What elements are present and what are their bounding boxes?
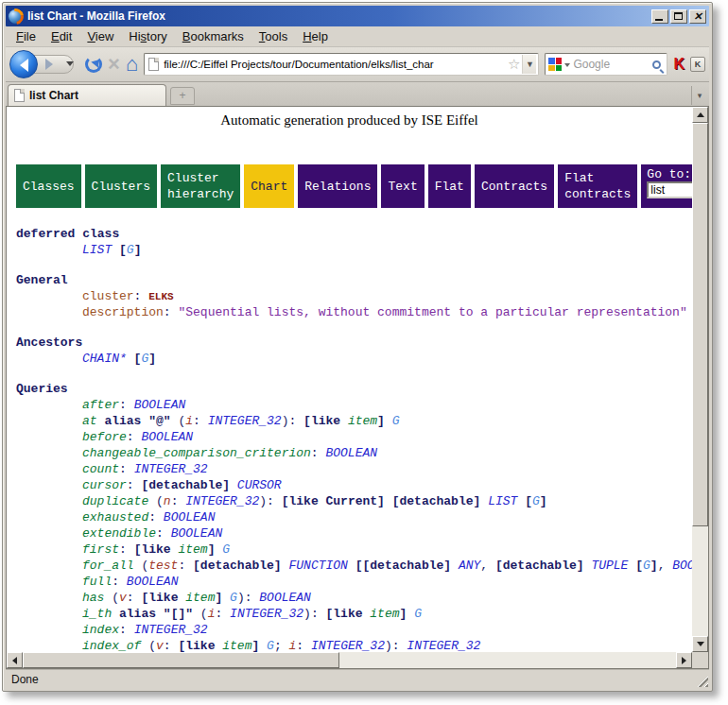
goto-box: Go to:	[641, 164, 692, 208]
reload-button[interactable]	[85, 56, 102, 73]
nav-button-relations[interactable]: Relations	[298, 164, 377, 208]
code-token: :	[127, 591, 142, 605]
scroll-right-icon	[682, 657, 690, 664]
scroll-up-icon	[697, 109, 704, 117]
minimize-button[interactable]	[651, 9, 668, 24]
menu-history[interactable]: History	[122, 27, 173, 45]
nav-button-cluster-hierarchy[interactable]: Clusterhierarchy	[161, 164, 240, 208]
urlbar-dropdown-button[interactable]: ▼	[522, 55, 536, 74]
code-token: LIST	[82, 243, 112, 257]
code-token: INTEGER_32	[208, 414, 282, 428]
code-line: after: BOOLEAN	[16, 397, 692, 413]
forward-button[interactable]	[45, 59, 53, 70]
code-token	[480, 494, 488, 508]
code-line: full: BOOLEAN	[16, 574, 692, 590]
stop-button[interactable]: ×	[108, 55, 120, 74]
menu-tools[interactable]: Tools	[252, 27, 294, 45]
code-line: LIST [G]	[16, 242, 692, 258]
code-token: ):	[385, 639, 407, 652]
menu-help[interactable]: Help	[296, 27, 335, 45]
code-token: [	[517, 494, 532, 508]
nav-button-flat[interactable]: Flat	[428, 164, 471, 208]
code-token: item	[222, 639, 251, 652]
tab-list-chart[interactable]: list Chart	[8, 84, 166, 106]
code-token: n	[164, 494, 171, 508]
kaspersky-icon[interactable]: K	[673, 56, 685, 73]
scroll-right-button[interactable]	[676, 652, 692, 668]
code-token: Ancestors	[16, 335, 82, 350]
code-line: at alias "@" (i: INTEGER_32): [like item…	[16, 413, 692, 429]
code-line: first: [like item] G	[16, 542, 692, 558]
code-line: description: "Sequential lists, without …	[16, 304, 692, 320]
menu-bookmarks[interactable]: Bookmarks	[176, 27, 251, 45]
nav-button-classes[interactable]: Classes	[16, 164, 81, 208]
code-token	[230, 478, 237, 492]
menu-edit[interactable]: Edit	[44, 27, 78, 45]
menu-file[interactable]: File	[9, 27, 43, 45]
history-dropdown-icon[interactable]	[66, 61, 74, 70]
vertical-scroll-thumb[interactable]	[692, 123, 708, 526]
page-content: Automatic generation produced by ISE Eif…	[7, 107, 692, 652]
code-token: INTEGER_32	[134, 623, 208, 637]
minimize-icon	[655, 19, 663, 21]
code-token: :	[148, 510, 164, 524]
code-token: [like	[326, 607, 371, 621]
back-button[interactable]	[9, 50, 38, 78]
search-engine-dropdown-icon[interactable]	[564, 63, 570, 70]
vertical-scrollbar[interactable]	[692, 107, 708, 652]
bookmark-star-icon[interactable]: ☆	[508, 56, 520, 73]
code-token: :	[119, 542, 134, 557]
close-button[interactable]: ✕	[689, 9, 706, 24]
search-input[interactable]: Google	[573, 58, 652, 71]
url-text[interactable]: file:///C:/Eiffel Projects/tour/Document…	[164, 59, 506, 70]
code-token: before	[82, 430, 127, 444]
scroll-left-button[interactable]	[7, 652, 23, 668]
search-magnifier-icon[interactable]	[652, 60, 661, 69]
code-token: [detachable]	[141, 478, 230, 492]
nav-button-chart[interactable]: Chart	[244, 164, 294, 208]
horizontal-scrollbar[interactable]	[7, 652, 692, 668]
home-button[interactable]: ⌂	[126, 54, 138, 75]
horizontal-scroll-thumb[interactable]	[23, 652, 339, 668]
nav-button-contracts[interactable]: Contracts	[475, 164, 554, 208]
code-token: :	[171, 494, 186, 508]
page-icon	[148, 58, 159, 71]
code-token: item	[348, 414, 377, 428]
maximize-button[interactable]	[670, 9, 687, 24]
code-token: INTEGER_32	[311, 639, 385, 652]
navigation-toolbar: × ⌂ file:///C:/Eiffel Projects/tour/Docu…	[6, 47, 709, 82]
menu-view[interactable]: View	[80, 27, 120, 45]
new-tab-button[interactable]: +	[170, 87, 195, 105]
back-arrow-icon	[20, 59, 28, 72]
code-token: BOOLEAN	[259, 591, 311, 605]
code-line: for_all (test: [detachable] FUNCTION [[d…	[16, 558, 692, 574]
list-all-tabs-button[interactable]: ▾	[691, 86, 707, 105]
google-logo-icon[interactable]	[548, 58, 562, 71]
resize-grip-icon[interactable]	[696, 675, 708, 687]
location-bar[interactable]: file:///C:/Eiffel Projects/tour/Document…	[144, 53, 539, 76]
code-token: :	[134, 289, 149, 303]
code-token: General	[16, 273, 68, 287]
scroll-up-button[interactable]	[692, 107, 708, 123]
code-token: BOOLEAN	[325, 446, 377, 460]
nav-button-clusters[interactable]: Clusters	[85, 164, 157, 208]
code-token: G	[643, 559, 650, 573]
code-token: duplicate	[82, 494, 148, 508]
status-bar: Done	[6, 669, 709, 688]
goto-input[interactable]	[647, 181, 692, 198]
code-token: TUPLE	[591, 559, 628, 573]
code-line: duplicate (n: INTEGER_32): [like Current…	[16, 493, 692, 509]
scroll-down-button[interactable]	[692, 636, 708, 652]
code-token: at	[82, 414, 97, 428]
code-token: :	[164, 305, 179, 319]
nav-button-flat-contracts[interactable]: Flatcontracts	[558, 164, 637, 208]
nav-button-text[interactable]: Text	[381, 164, 424, 208]
code-token: alias "@"	[97, 414, 171, 428]
code-token: INTEGER_32	[134, 462, 208, 476]
code-block: deferred classLIST [G]Generalcluster: EL…	[7, 226, 692, 652]
code-token: [detachable]	[193, 559, 282, 573]
code-token: ]	[148, 352, 156, 366]
browser-viewport: Automatic generation produced by ISE Eif…	[6, 106, 709, 669]
virtual-keyboard-button[interactable]: K	[690, 57, 705, 72]
search-bar[interactable]: Google	[545, 53, 667, 76]
